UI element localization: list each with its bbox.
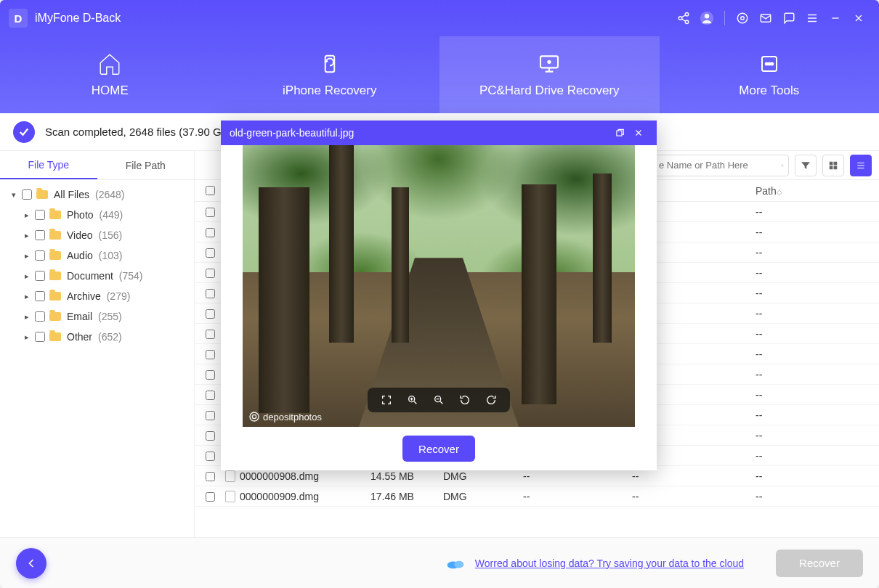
- row-checkbox[interactable]: [206, 350, 215, 359]
- row-checkbox[interactable]: [206, 208, 215, 217]
- tab-home[interactable]: HOME: [0, 36, 220, 113]
- zoom-in-icon[interactable]: [405, 393, 420, 407]
- cell-path: --: [756, 287, 879, 299]
- tree-checkbox[interactable]: [35, 250, 45, 261]
- list-view-button[interactable]: [850, 155, 872, 176]
- svg-point-12: [766, 63, 768, 65]
- tree-checkbox[interactable]: [35, 311, 45, 322]
- zoom-out-icon[interactable]: [432, 393, 446, 407]
- cell-path: --: [756, 389, 879, 401]
- tree-checkbox[interactable]: [35, 230, 45, 240]
- tree-label: Other: [67, 331, 92, 343]
- table-row[interactable]: 0000000909.dmg17.46 MBDMG------: [195, 486, 879, 507]
- row-checkbox[interactable]: [206, 492, 215, 502]
- tree-item[interactable]: ▸Other(652): [4, 327, 190, 347]
- folder-icon: [49, 231, 61, 240]
- tab-label: PC&Hard Drive Recovery: [479, 83, 620, 98]
- cloud-backup-link[interactable]: Worred about losing data? Try saving you…: [475, 558, 744, 569]
- main-tabs: HOME iPhone Recovery PC&Hard Drive Recov…: [0, 36, 879, 113]
- row-checkbox[interactable]: [206, 330, 215, 339]
- mail-icon[interactable]: [754, 7, 777, 30]
- row-checkbox[interactable]: [206, 391, 215, 400]
- row-checkbox[interactable]: [206, 289, 215, 298]
- tree-item[interactable]: ▸Video(156): [4, 225, 190, 245]
- modal-close-icon[interactable]: [629, 123, 648, 142]
- tree-root[interactable]: ▾ All Files (2648): [4, 184, 190, 205]
- status-text: Scan completed, 2648 files (37.90 GB) I: [45, 126, 238, 138]
- tab-more-tools[interactable]: More Tools: [660, 36, 880, 113]
- chevron-right-icon[interactable]: ▸: [22, 271, 32, 281]
- chevron-right-icon[interactable]: ▸: [22, 332, 32, 342]
- preview-modal: old-green-park-beautiful.jpg depositphot…: [221, 121, 657, 470]
- side-tab-file-type[interactable]: File Type: [0, 151, 97, 179]
- select-all-checkbox[interactable]: [206, 186, 215, 195]
- tree-item[interactable]: ▸Document(754): [4, 266, 190, 286]
- grid-view-button[interactable]: [822, 155, 844, 176]
- share-icon[interactable]: [672, 7, 695, 30]
- tree-item[interactable]: ▸Photo(449): [4, 205, 190, 225]
- sidebar: File Type File Path ▾ All Files (2648) ▸…: [0, 151, 195, 537]
- chevron-right-icon[interactable]: ▸: [22, 251, 32, 261]
- tree-item[interactable]: ▸Email(255): [4, 306, 190, 327]
- tree-checkbox[interactable]: [35, 271, 45, 281]
- row-checkbox[interactable]: [206, 248, 215, 258]
- svg-rect-17: [834, 161, 838, 165]
- recover-button[interactable]: Recover: [776, 550, 863, 577]
- search-input[interactable]: [654, 155, 789, 176]
- svg-point-13: [768, 63, 770, 65]
- tree-count: (156): [99, 229, 123, 241]
- svg-rect-19: [834, 166, 838, 169]
- tree-count: (279): [107, 290, 131, 302]
- back-button[interactable]: [16, 548, 46, 579]
- modal-restore-icon[interactable]: [610, 123, 629, 142]
- tree-item[interactable]: ▸Archive(279): [4, 286, 190, 306]
- row-checkbox[interactable]: [206, 431, 215, 441]
- fullscreen-icon[interactable]: [379, 393, 394, 407]
- sort-icon[interactable]: ◇: [777, 188, 788, 196]
- cell-size: 17.46 MB: [370, 491, 443, 502]
- svg-point-6: [737, 13, 748, 23]
- chevron-right-icon[interactable]: ▸: [22, 211, 32, 220]
- side-tab-file-path[interactable]: File Path: [97, 151, 195, 179]
- cell-created: --: [632, 470, 756, 482]
- row-checkbox[interactable]: [206, 269, 215, 278]
- col-path-label[interactable]: Path: [756, 185, 777, 197]
- svg-point-4: [705, 14, 709, 18]
- chevron-right-icon[interactable]: ▸: [22, 231, 32, 240]
- tree-count: (754): [119, 270, 143, 282]
- cell-type: DMG: [443, 470, 523, 482]
- row-checkbox[interactable]: [206, 411, 215, 420]
- minimize-icon[interactable]: [824, 7, 847, 30]
- filter-button[interactable]: [795, 155, 817, 176]
- search-icon[interactable]: [781, 160, 784, 171]
- row-checkbox[interactable]: [206, 228, 215, 237]
- app-title: iMyFone D-Back: [35, 12, 121, 25]
- row-checkbox[interactable]: [206, 370, 215, 380]
- row-checkbox[interactable]: [206, 472, 215, 481]
- tree-checkbox[interactable]: [22, 189, 32, 200]
- rotate-left-icon[interactable]: [458, 393, 472, 407]
- feedback-icon[interactable]: [777, 7, 801, 30]
- close-icon[interactable]: [847, 7, 870, 30]
- cell-modified: --: [523, 470, 632, 482]
- settings-icon[interactable]: [731, 7, 754, 30]
- watermark: depositphotos: [248, 411, 322, 422]
- tab-iphone-recovery[interactable]: iPhone Recovery: [220, 36, 440, 113]
- menu-icon[interactable]: [801, 7, 824, 30]
- folder-icon: [49, 251, 61, 260]
- search-field[interactable]: [659, 160, 781, 171]
- chevron-right-icon[interactable]: ▸: [22, 312, 32, 322]
- tree-checkbox[interactable]: [35, 291, 45, 301]
- tree-checkbox[interactable]: [35, 210, 45, 220]
- cell-path: --: [756, 470, 879, 482]
- tab-pc-recovery[interactable]: PC&Hard Drive Recovery: [440, 36, 660, 113]
- row-checkbox[interactable]: [206, 309, 215, 319]
- tree-item[interactable]: ▸Audio(103): [4, 245, 190, 266]
- tree-checkbox[interactable]: [35, 332, 45, 342]
- chevron-down-icon[interactable]: ▾: [9, 190, 19, 200]
- account-icon[interactable]: [695, 7, 718, 30]
- chevron-right-icon[interactable]: ▸: [22, 292, 32, 301]
- row-checkbox[interactable]: [206, 452, 215, 461]
- modal-recover-button[interactable]: Recover: [402, 436, 475, 462]
- rotate-right-icon[interactable]: [484, 393, 498, 407]
